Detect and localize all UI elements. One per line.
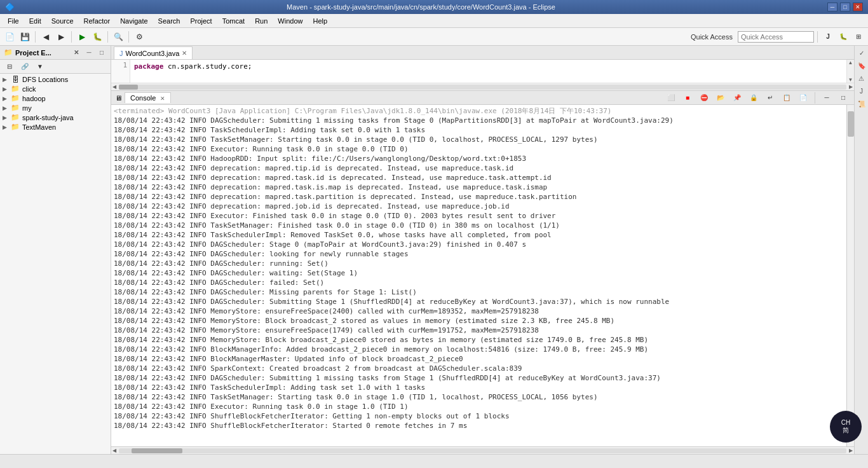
- rsb-javadoc-button[interactable]: J: [856, 85, 867, 97]
- title-bar: 🔷 Maven - spark-study-java/src/main/java…: [0, 0, 868, 14]
- editor-tab-close[interactable]: ✕: [182, 50, 187, 57]
- code-area[interactable]: package cn.spark.study.core;: [130, 60, 846, 83]
- editor-vscroll[interactable]: ▲ ▼: [846, 60, 854, 83]
- rsb-bookmarks-button[interactable]: 🔖: [856, 60, 867, 71]
- console-terminate-button[interactable]: ■: [681, 91, 695, 105]
- pe-collapse-button[interactable]: ⊟: [3, 60, 17, 74]
- tb-new-button[interactable]: 📄: [3, 30, 17, 44]
- tb-run-button[interactable]: ▶: [75, 30, 89, 44]
- tree-item-0[interactable]: ▶🗄DFS Locations: [0, 75, 111, 84]
- editor-tab-wordcount3[interactable]: J WordCount3.java ✕: [114, 46, 193, 59]
- menu-item-tomcat[interactable]: Tomcat: [217, 16, 250, 26]
- editor-hscroll-right[interactable]: ▶: [848, 84, 854, 90]
- menu-item-navigate[interactable]: Navigate: [115, 16, 153, 26]
- tree-item-4[interactable]: ▶📁spark-study-java: [0, 113, 111, 122]
- console-pin-button[interactable]: 📌: [730, 91, 744, 105]
- tb-perspective-debug-button[interactable]: 🐛: [836, 30, 850, 44]
- line-number-2: [114, 69, 127, 78]
- code-line-1: package cn.spark.study.core;: [134, 61, 843, 71]
- console-line-23: 18/08/14 22:43:42 INFO MemoryStore: Bloc…: [114, 335, 844, 345]
- menu-item-help[interactable]: Help: [308, 16, 332, 26]
- tb-refactor-button[interactable]: ⚙: [132, 30, 146, 44]
- editor-scroll-up[interactable]: ▲: [848, 60, 853, 65]
- console-line-12: 18/08/14 22:43:42 INFO TaskSchedulerImpl…: [114, 230, 844, 240]
- pe-menu-button[interactable]: ▼: [33, 60, 47, 74]
- console-tab-close-icon[interactable]: ✕: [160, 95, 165, 102]
- editor-hscroll-track[interactable]: [119, 85, 846, 90]
- console-vscroll[interactable]: [846, 105, 854, 446]
- menu-item-window[interactable]: Window: [273, 16, 308, 26]
- menu-item-project[interactable]: Project: [185, 16, 217, 26]
- tb-debug-button[interactable]: 🐛: [90, 30, 104, 44]
- pe-maximize-button[interactable]: □: [97, 48, 107, 58]
- console-line-22: 18/08/14 22:43:42 INFO MemoryStore: ensu…: [114, 326, 844, 335]
- tb-search-button[interactable]: 🔍: [111, 30, 125, 44]
- editor-hscroll-left[interactable]: ◀: [111, 84, 118, 90]
- rsb-declaration-button[interactable]: 📜: [856, 98, 867, 109]
- console-line-3: 18/08/14 22:43:42 INFO Executor: Running…: [114, 144, 844, 154]
- tree-arrow-3: ▶: [3, 105, 10, 111]
- console-line-25: 18/08/14 22:43:42 INFO BlockManagerMaste…: [114, 354, 844, 364]
- menu-item-refactor[interactable]: Refactor: [79, 16, 116, 26]
- console-tab-label: Console: [130, 94, 156, 102]
- right-panel: J WordCount3.java ✕ 1 package cn.spark.s…: [111, 46, 854, 454]
- project-tree: ▶🗄DFS Locations▶📁click▶📁hadoop▶📁my▶📁spar…: [0, 74, 111, 454]
- menu-item-run[interactable]: Run: [250, 16, 273, 26]
- rsb-problems-button[interactable]: ⚠: [856, 72, 867, 84]
- console-scroll-lock-button[interactable]: 🔒: [747, 91, 761, 105]
- console-line-24: 18/08/14 22:43:42 INFO BlockManagerInfo:…: [114, 345, 844, 354]
- maximize-button[interactable]: □: [840, 3, 850, 11]
- keyword-package: package: [134, 62, 163, 71]
- project-explorer-icon: 📁: [4, 48, 13, 57]
- console-line-2: 18/08/14 22:43:42 INFO TaskSetManager: S…: [114, 135, 844, 144]
- status-bar: [0, 454, 868, 468]
- tb-back-button[interactable]: ◀: [39, 30, 53, 44]
- tb-open-perspective-button[interactable]: ⊞: [851, 30, 865, 44]
- pe-minimize-button[interactable]: ─: [84, 48, 94, 58]
- console-maximize-button[interactable]: □: [836, 91, 850, 105]
- tree-item-5[interactable]: ▶📁TextMaven: [0, 122, 111, 132]
- console-clear-button[interactable]: ⬜: [664, 91, 678, 105]
- pe-link-button[interactable]: 🔗: [18, 60, 32, 74]
- ch-badge[interactable]: CH 简: [830, 411, 862, 443]
- tb-sep-3: [107, 31, 108, 43]
- rsb-tasks-button[interactable]: ✓: [856, 47, 867, 59]
- close-button[interactable]: ✕: [853, 3, 863, 11]
- menu-item-edit[interactable]: Edit: [24, 16, 46, 26]
- console-copy-button[interactable]: 📋: [780, 91, 794, 105]
- title-bar-title: Maven - spark-study-java/src/main/java/c…: [15, 3, 827, 11]
- menu-item-search[interactable]: Search: [153, 16, 186, 26]
- tb-sep-5: [817, 31, 818, 43]
- title-bar-icon: 🔷: [5, 3, 15, 11]
- console-hscroll-right[interactable]: ▶: [849, 448, 853, 453]
- editor-hscroll[interactable]: ◀ ▶: [111, 83, 854, 90]
- console-line-15: 18/08/14 22:43:42 INFO DAGScheduler: run…: [114, 259, 844, 268]
- minimize-button[interactable]: ─: [827, 3, 837, 11]
- tree-item-3[interactable]: ▶📁my: [0, 103, 111, 113]
- menu-item-file[interactable]: File: [3, 16, 24, 26]
- console-hscroll-track[interactable]: [119, 448, 846, 453]
- console-open-file-button[interactable]: 📂: [714, 91, 728, 105]
- tree-item-1[interactable]: ▶📁click: [0, 84, 111, 93]
- quick-access-input[interactable]: [738, 31, 814, 43]
- tb-save-button[interactable]: 💾: [18, 30, 32, 44]
- pe-close-button[interactable]: ✕: [71, 48, 81, 58]
- ch-jian-label: 简: [843, 426, 849, 435]
- console-minimize-button[interactable]: ─: [820, 91, 834, 105]
- editor-scroll-down[interactable]: ▼: [848, 77, 853, 83]
- menu-item-source[interactable]: Source: [46, 16, 79, 26]
- tb-perspective-java-button[interactable]: J: [821, 30, 835, 44]
- console-paste-button[interactable]: 📄: [796, 91, 810, 105]
- console-line-1: 18/08/14 22:43:42 INFO TaskSchedulerImpl…: [114, 125, 844, 135]
- quick-access-label: Quick Access: [687, 33, 736, 41]
- console-tab[interactable]: Console ✕: [125, 92, 171, 103]
- console-word-wrap-button[interactable]: ↵: [763, 91, 777, 105]
- console-hscroll[interactable]: ◀ ▶: [111, 446, 854, 454]
- console-output[interactable]: <terminated> WordCount3 [Java Applicatio…: [111, 105, 846, 446]
- tb-forward-button[interactable]: ▶: [54, 30, 68, 44]
- tree-arrow-5: ▶: [3, 124, 10, 130]
- console-hscroll-left[interactable]: ◀: [112, 448, 116, 453]
- tree-item-2[interactable]: ▶📁hadoop: [0, 93, 111, 103]
- tree-label-2: hadoop: [22, 95, 46, 102]
- console-disconnect-button[interactable]: ⛔: [697, 91, 711, 105]
